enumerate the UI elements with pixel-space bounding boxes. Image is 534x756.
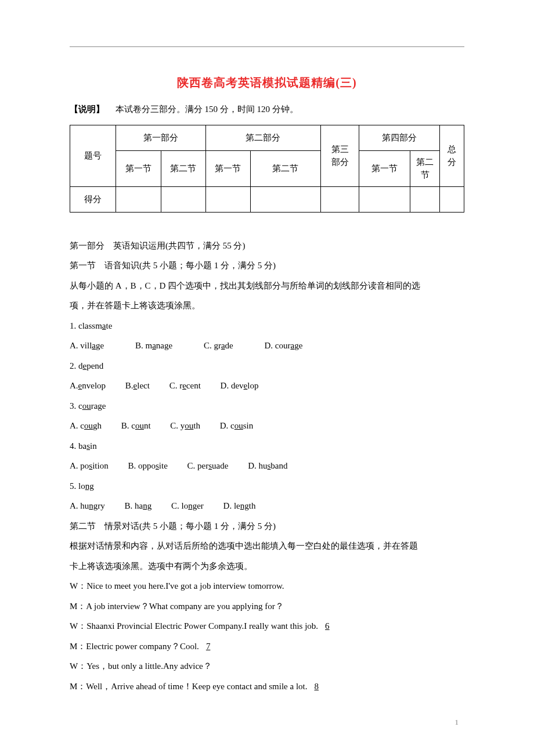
score-cell [440,186,464,212]
dialogue-line-6: M：Well，Arrive ahead of time！Keep eye con… [70,676,464,697]
header-part2: 第二部分 [205,125,320,150]
section2-instr-line2: 卡上将该选项涂黑。选项中有两个为多余选项。 [70,556,464,577]
dialogue-line-1: W：Nice to meet you here.I've got a job i… [70,576,464,596]
header-part3: 第三 部分 [321,125,359,186]
subtitle-text: 本试卷分三部分。满分 150 分，时间 120 分钟。 [116,105,298,114]
subtitle-label: 【说明】 [70,105,104,114]
table-row: 得分 [70,186,464,212]
row-label-score: 得分 [70,186,116,212]
dialogue-line-2: M：A job interview？What company are you a… [70,596,464,617]
section2-instr-line1: 根据对话情景和内容，从对话后所给的选项中选出能填入每一空白处的最佳选项，并在答题 [70,536,464,556]
q1-options: A. village B. manage C. grade D. courage [70,336,464,356]
dialogue-line-4: M：Electric power company？Cool.7 [70,636,464,657]
dialogue-line-5: W：Yes，but only a little.Any advice？ [70,656,464,676]
blank-7: 7 [199,642,218,651]
score-cell [359,186,410,212]
score-cell [250,186,320,212]
row-label-qnum: 题号 [70,125,116,186]
sub-p2s1: 第一节 [205,150,250,186]
document-title: 陕西卷高考英语模拟试题精编(三) [70,75,464,91]
q1-stem: 1. classmate [70,316,464,336]
q2-options: A. envelop B. elect C. recent D. develop [70,376,464,396]
q5-options: A. hungry B. hang C. longer D. length [70,496,464,516]
header-total: 总 分 [440,125,464,186]
sub-p1s2: 第二节 [161,150,205,186]
table-row: 题号 第一部分 第二部分 第三 部分 第四部分 总 分 [70,125,464,150]
section2-intro: 第二节 情景对话(共 5 小题；每小题 1 分，满分 5 分) [70,516,464,537]
table-row: 第一节 第二节 第一节 第二节 第一节 第二 节 [70,150,464,186]
horizontal-rule [70,46,464,47]
section1-intro: 第一节 语音知识(共 5 小题；每小题 1 分，满分 5 分) [70,255,464,276]
q3-options: A. cough B. count C. youth D. cousin [70,416,464,436]
score-table: 题号 第一部分 第二部分 第三 部分 第四部分 总 分 第一节 第二节 第一节 … [70,125,464,213]
document-subtitle: 【说明】 本试卷分三部分。满分 150 分，时间 120 分钟。 [70,101,464,118]
blank-6: 6 [318,621,337,631]
sub-p1s1: 第一节 [116,150,161,186]
sub-p4s1: 第一节 [359,150,410,186]
sub-p2s2: 第二节 [250,150,320,186]
q5-stem: 5. long [70,476,464,496]
page-number: 1 [455,718,459,727]
section1-instr-line2: 项，并在答题卡上将该选项涂黑。 [70,296,464,316]
q4-options: A. position B. opposite C. persuade D. h… [70,456,464,476]
document-body: 第一部分 英语知识运用(共四节，满分 55 分) 第一节 语音知识(共 5 小题… [70,236,464,697]
q2-stem: 2. depend [70,356,464,376]
dialogue-line-3: W：Shaanxi Provincial Electric Power Comp… [70,616,464,636]
score-cell [205,186,250,212]
section1-instr-line1: 从每小题的 A，B，C，D 四个选项中，找出其划线部分与所给单词的划线部分读音相… [70,276,464,296]
sub-p4s2: 第二 节 [410,150,440,186]
q3-stem: 3. courage [70,396,464,416]
score-cell [321,186,359,212]
score-cell [116,186,161,212]
score-cell [161,186,205,212]
header-part4: 第四部分 [359,125,440,150]
blank-8: 8 [307,682,326,691]
header-part1: 第一部分 [116,125,205,150]
score-cell [410,186,440,212]
q4-stem: 4. basin [70,436,464,456]
part-intro: 第一部分 英语知识运用(共四节，满分 55 分) [70,236,464,256]
